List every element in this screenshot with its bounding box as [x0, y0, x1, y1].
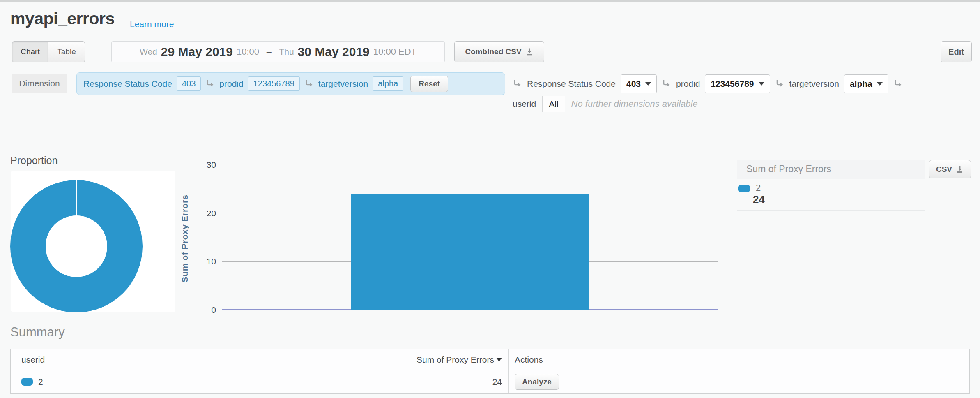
selector-dim-name: Response Status Code [527, 79, 616, 89]
end-day: Thu [279, 47, 294, 57]
next-dimension-row: userid All No further dimensions availab… [513, 95, 698, 113]
summary-table: userid Sum of Proxy Errors Actions 2 24 … [10, 349, 970, 394]
drilldown-arrow-icon [205, 79, 215, 88]
donut-chart[interactable] [10, 180, 143, 312]
chart-toggle-button[interactable]: Chart [12, 41, 48, 62]
end-date: 30 May 2019 [298, 45, 370, 59]
legend-entry-value: 24 [753, 193, 765, 206]
dimension-selectors: Response Status Code 403 prodid 12345678… [513, 72, 903, 95]
selected-value: 403 [626, 79, 641, 89]
table-toggle-button[interactable]: Table [48, 41, 85, 62]
column-header-userid[interactable]: userid [11, 349, 304, 370]
start-day: Wed [140, 47, 157, 57]
end-time: 10:00 EDT [373, 46, 416, 57]
bar[interactable] [351, 194, 589, 310]
selected-value: alpha [850, 79, 872, 89]
csv-button[interactable]: CSV [929, 160, 971, 178]
y-tick-label: 0 [196, 305, 216, 315]
view-toggle: Chart Table [12, 41, 85, 62]
breadcrumb-dim-value: 123456789 [248, 76, 300, 91]
selector-dim-name: prodid [676, 79, 700, 89]
chevron-down-icon [759, 82, 764, 86]
analytics-page: myapi_errors Learn more Chart Table Wed … [0, 0, 980, 398]
date-range-separator: – [266, 46, 272, 58]
userid-cell: 2 [11, 370, 304, 393]
y-tick-label: 30 [196, 160, 216, 170]
chevron-down-icon [645, 82, 651, 86]
selected-value: 123456789 [711, 79, 754, 89]
actions-cell: Analyze [509, 370, 969, 393]
start-time: 10:00 [237, 46, 259, 57]
series-swatch [21, 378, 33, 386]
gridline [222, 165, 718, 165]
start-date: 29 May 2019 [161, 45, 233, 59]
y-axis-label: Sum of Proxy Errors [180, 184, 195, 293]
targetversion-select[interactable]: alpha [844, 74, 888, 93]
proportion-title: Proportion [10, 155, 58, 167]
combined-csv-label: Combined CSV [465, 47, 521, 56]
drilldown-arrow-icon [662, 79, 671, 88]
y-tick-label: 20 [196, 208, 216, 219]
breadcrumb-dim-name: Response Status Code [83, 79, 172, 89]
legend-swatch [738, 185, 750, 192]
date-range-picker[interactable]: Wed 29 May 2019 10:00 – Thu 30 May 2019 … [111, 41, 445, 62]
table-row: 2 24 Analyze [11, 370, 969, 393]
sort-descending-icon [496, 358, 502, 361]
csv-label: CSV [936, 165, 952, 174]
breadcrumb-dim-name: targetversion [318, 79, 368, 89]
dimension-label: Dimension [12, 74, 67, 93]
download-icon [956, 165, 964, 174]
dimension-breadcrumb-chip: Response Status Code 403 prodid 12345678… [76, 72, 505, 95]
download-icon [525, 48, 534, 56]
selector-dim-name: targetversion [789, 79, 839, 89]
bar-chart-plot: 0102030 [222, 165, 718, 310]
prodid-select[interactable]: 123456789 [705, 74, 770, 93]
learn-more-link[interactable]: Learn more [130, 19, 174, 29]
top-strip [0, 0, 980, 2]
status-code-select[interactable]: 403 [621, 74, 657, 93]
legend-entry-label[interactable]: 2 [756, 183, 761, 193]
drilldown-arrow-icon [893, 79, 903, 88]
no-more-dimensions-text: No further dimensions available [571, 99, 698, 109]
summary-table-header: userid Sum of Proxy Errors Actions [11, 349, 969, 370]
y-tick-label: 10 [196, 256, 216, 267]
column-header-actions: Actions [509, 349, 969, 370]
breadcrumb-dim-name: prodid [219, 79, 243, 89]
legend-panel-title: Sum of Proxy Errors [737, 160, 925, 179]
section-divider [4, 116, 976, 116]
next-dim-name: userid [513, 99, 536, 109]
breadcrumb-dim-value: alpha [373, 76, 403, 91]
page-title: myapi_errors [10, 9, 115, 28]
reset-button[interactable]: Reset [410, 76, 448, 92]
drilldown-arrow-icon [775, 79, 784, 88]
sum-cell: 24 [304, 370, 509, 393]
analyze-button[interactable]: Analyze [515, 374, 559, 390]
donut-hole [46, 215, 107, 277]
edit-button[interactable]: Edit [941, 41, 972, 62]
column-header-sum-label: Sum of Proxy Errors [416, 355, 494, 365]
drilldown-arrow-icon [513, 79, 522, 88]
legend-divider [737, 210, 925, 211]
drilldown-arrow-icon [304, 79, 314, 88]
next-dim-value-box[interactable]: All [542, 96, 565, 112]
chevron-down-icon [877, 82, 883, 86]
summary-heading: Summary [10, 325, 65, 340]
breadcrumb-dim-value: 403 [177, 76, 201, 91]
userid-value: 2 [38, 377, 43, 387]
column-header-sum[interactable]: Sum of Proxy Errors [304, 349, 509, 370]
combined-csv-button[interactable]: Combined CSV [454, 41, 544, 62]
